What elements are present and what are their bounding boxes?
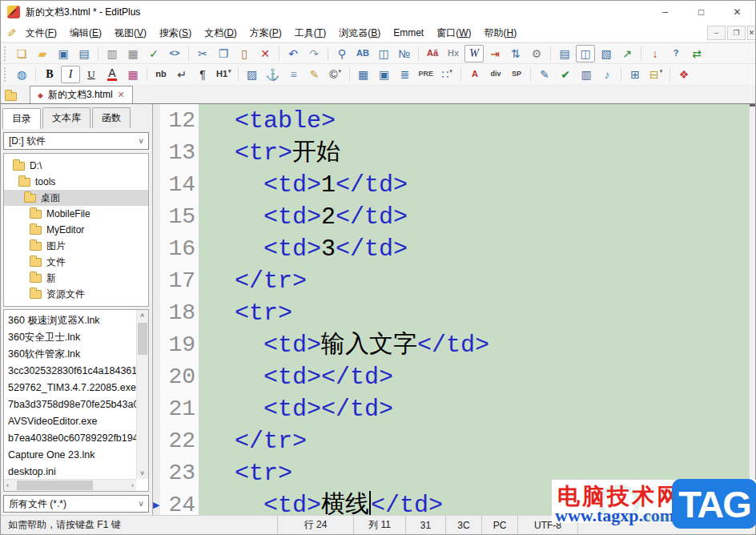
- file-item[interactable]: 360安全卫士.lnk: [8, 329, 136, 346]
- delete-icon[interactable]: ✕: [255, 45, 275, 62]
- new-window-icon[interactable]: ↗: [617, 45, 637, 62]
- file-list-hscrollbar[interactable]: ‹ ›: [4, 479, 136, 491]
- menu-视图[interactable]: 视图(V): [108, 23, 153, 42]
- maximize-button[interactable]: □: [683, 1, 719, 23]
- scroll-up-icon[interactable]: ˄: [140, 312, 144, 320]
- sidebar-tab-函数[interactable]: 函数: [92, 107, 131, 128]
- span-icon[interactable]: SP: [507, 66, 526, 83]
- html-source-icon[interactable]: <>: [165, 45, 184, 62]
- save-all-icon[interactable]: ▤: [74, 45, 94, 62]
- split-window-icon[interactable]: ◫: [576, 45, 595, 62]
- audio-icon[interactable]: ♪: [597, 66, 617, 83]
- menu-文件[interactable]: 文件(F): [19, 23, 63, 42]
- close-button[interactable]: ✕: [719, 1, 755, 23]
- code-line-14[interactable]: 14 <td>1</td>: [153, 169, 755, 201]
- browser-window-icon[interactable]: ▧: [597, 45, 616, 62]
- menu-Emmet[interactable]: Emmet: [387, 23, 430, 42]
- tree-item-MobileFile[interactable]: MobileFile: [4, 206, 148, 222]
- special-chars-icon[interactable]: ©▾: [326, 66, 345, 83]
- word-wrap-icon[interactable]: W: [464, 45, 484, 62]
- hex-view-icon[interactable]: Hx: [444, 45, 463, 62]
- table-icon[interactable]: ▦: [354, 66, 373, 83]
- cut-icon[interactable]: ✂: [193, 45, 212, 62]
- redo-icon[interactable]: ↷: [304, 45, 324, 62]
- line-break-icon[interactable]: ↵: [172, 66, 191, 83]
- tree-item-资源文件[interactable]: 资源文件: [4, 286, 148, 302]
- menu-浏览器[interactable]: 浏览器(B): [332, 23, 387, 42]
- scroll-down-icon[interactable]: ˅: [140, 469, 144, 477]
- form-elements-icon[interactable]: ⊟▾: [646, 66, 666, 83]
- menu-编辑[interactable]: 编辑(E): [63, 23, 108, 42]
- print-icon[interactable]: ▦: [123, 45, 143, 62]
- context-help-icon[interactable]: ?: [666, 45, 686, 62]
- file-item[interactable]: b7ea4038e0c60789292fb194: [8, 430, 136, 447]
- video-icon[interactable]: ▥: [577, 66, 596, 83]
- tree-item-MyEditor[interactable]: MyEditor: [4, 222, 148, 238]
- tree-item-tools[interactable]: tools: [4, 174, 148, 190]
- tree-item-图片[interactable]: 图片: [4, 238, 148, 254]
- browser-preview-icon[interactable]: ◍: [12, 66, 31, 83]
- form-icon[interactable]: ⊞: [625, 66, 645, 83]
- file-item[interactable]: desktop.ini: [8, 464, 136, 481]
- find-icon[interactable]: ⚲: [332, 45, 352, 62]
- div-layer-icon[interactable]: ▣: [375, 66, 394, 83]
- file-item[interactable]: 7ba3d3758d98e70fe25b43a0: [8, 396, 136, 413]
- code-line-15[interactable]: 15 <td>2</td>: [153, 201, 755, 233]
- drive-select[interactable]: [D:] 软件 ˅: [3, 132, 149, 150]
- div-icon[interactable]: div: [486, 66, 505, 83]
- preferences-icon[interactable]: ⚙: [527, 45, 546, 62]
- font-color-icon[interactable]: A: [103, 66, 122, 83]
- code-line-20[interactable]: 20 <td></td>: [153, 361, 755, 393]
- replace-icon[interactable]: AB: [353, 45, 372, 62]
- scroll-left-icon[interactable]: ‹: [6, 481, 9, 489]
- color-palette-icon[interactable]: ▦: [123, 66, 143, 83]
- code-line-17[interactable]: 17 </tr>: [153, 265, 755, 297]
- sidebar-tab-目录[interactable]: 目录: [2, 108, 41, 129]
- hscroll-thumb[interactable]: [17, 481, 93, 490]
- tree-item-新[interactable]: 新: [4, 270, 148, 286]
- bold-icon[interactable]: B: [40, 66, 59, 83]
- auto-indent-icon[interactable]: ⇥: [485, 45, 505, 62]
- code-line-21[interactable]: 21 <td></td>: [153, 393, 755, 425]
- menu-文档[interactable]: 文档(D): [198, 23, 243, 42]
- menu-工具[interactable]: 工具(T): [288, 23, 332, 42]
- folder-icon[interactable]: [5, 92, 17, 101]
- heading-icon[interactable]: H1▾: [214, 66, 234, 83]
- menu-方案[interactable]: 方案(P): [243, 23, 288, 42]
- menu-窗口[interactable]: 窗口(W): [430, 23, 477, 42]
- syntax-check-icon[interactable]: ✔: [556, 66, 575, 83]
- tab-close-icon[interactable]: ✕: [118, 90, 125, 100]
- edit-html-icon[interactable]: ✎: [305, 66, 324, 83]
- minimize-button[interactable]: –: [647, 1, 683, 23]
- document-tab[interactable]: ◆新的文档3.html✕: [30, 86, 133, 103]
- color-picker-icon[interactable]: ❖: [674, 66, 694, 83]
- list-icon[interactable]: ∷▾: [437, 66, 456, 83]
- font-style-icon[interactable]: A: [465, 66, 485, 83]
- anchor-icon[interactable]: ⚓: [263, 66, 283, 83]
- document-list-icon[interactable]: ▤: [555, 45, 574, 62]
- new-document-icon[interactable]: ❏: [12, 45, 31, 62]
- letter-case-icon[interactable]: Aā: [423, 45, 442, 62]
- code-line-13[interactable]: 13 <tr>开始: [153, 137, 755, 169]
- code-line-18[interactable]: 18 <tr>: [153, 297, 755, 329]
- file-item[interactable]: Capture One 23.lnk: [8, 447, 136, 464]
- file-filter-select[interactable]: 所有文件 (*.*) ˅: [3, 495, 149, 513]
- code-line-22[interactable]: 22 </tr>: [153, 425, 755, 457]
- mdi-minimize-button[interactable]: –: [707, 26, 726, 40]
- mdi-restore-button[interactable]: ❐: [727, 26, 746, 40]
- vscroll-thumb[interactable]: [138, 323, 147, 355]
- align-center-icon[interactable]: ≣: [396, 66, 415, 83]
- horizontal-rule-icon[interactable]: ≡: [284, 66, 304, 83]
- code-line-12[interactable]: 12 <table>: [153, 105, 755, 137]
- file-list-vscrollbar[interactable]: ˄ ˅: [136, 310, 148, 479]
- tree-item-D:\[interactable]: D:\: [4, 158, 148, 174]
- print-preview-icon[interactable]: ▥: [103, 45, 122, 62]
- code-line-19[interactable]: 19 <td>输入文字</td>: [153, 329, 755, 361]
- goto-line-icon[interactable]: №: [395, 45, 414, 62]
- file-item[interactable]: 529762_TIM3.4.7.22085.exe: [8, 380, 136, 396]
- scroll-right-icon[interactable]: ›: [131, 481, 134, 489]
- nbsp-icon[interactable]: nb: [151, 66, 171, 83]
- pre-icon[interactable]: PRE: [416, 66, 436, 83]
- editor-vscrollbar[interactable]: [749, 104, 755, 515]
- file-item[interactable]: 3cc302532830f61c4a1843616: [8, 363, 136, 380]
